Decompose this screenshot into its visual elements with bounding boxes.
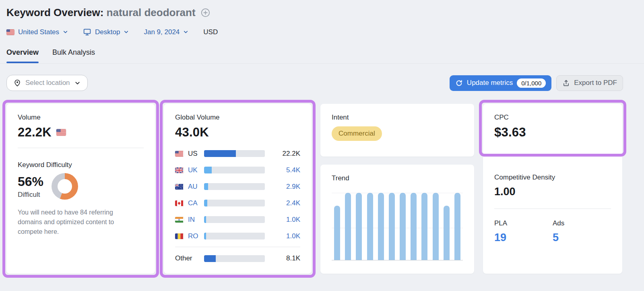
country-volume-value[interactable]: 2.9K	[275, 183, 300, 191]
country-volume-bar-fill	[204, 216, 206, 223]
select-location-dropdown[interactable]: Select location	[6, 75, 88, 91]
update-metrics-button[interactable]: Update metrics 0/1,000	[450, 75, 551, 91]
trend-card: Trend	[320, 165, 474, 274]
trend-bar	[367, 193, 373, 260]
country-code-link: US	[188, 150, 204, 158]
trend-bar	[421, 193, 427, 260]
country-filter-label: United States	[18, 28, 59, 36]
device-filter-label: Desktop	[95, 28, 120, 36]
keyword-difficulty-label: Keyword Difficulty	[18, 161, 144, 169]
export-icon	[562, 79, 570, 87]
volume-card: Volume 22.2K Keyword Difficulty 56% Diff…	[6, 104, 155, 274]
pla-value[interactable]: 19	[494, 231, 553, 244]
ads-block: Ads 5	[553, 219, 611, 244]
card-divider	[18, 148, 144, 148]
update-metrics-label: Update metrics	[467, 79, 513, 87]
select-location-placeholder: Select location	[25, 79, 70, 87]
trend-bar	[378, 193, 384, 260]
country-code-link[interactable]: AU	[188, 183, 204, 191]
country-volume-row: AU 2.9K	[175, 178, 300, 195]
currency-label: USD	[203, 28, 218, 36]
tab-overview[interactable]: Overview	[6, 48, 39, 63]
update-metrics-quota-badge: 0/1,000	[517, 78, 546, 88]
country-volume-row: US 22.2K	[175, 145, 300, 162]
country-volume-value[interactable]: 5.4K	[275, 166, 300, 174]
country-volume-bar-fill	[204, 200, 207, 206]
country-volume-value: 22.2K	[275, 150, 300, 158]
global-volume-value: 43.0K	[175, 125, 300, 140]
card-divider	[494, 208, 611, 209]
keyword-difficulty-donut	[52, 173, 78, 200]
country-volume-bar-fill	[204, 255, 216, 262]
ca-flag-icon	[175, 200, 184, 206]
country-volume-value[interactable]: 1.0K	[275, 232, 300, 240]
date-filter[interactable]: Jan 9, 2024	[144, 28, 189, 36]
country-volume-value[interactable]: 2.4K	[275, 199, 300, 207]
pla-block: PLA 19	[494, 219, 553, 244]
uk-flag-icon	[175, 167, 184, 173]
export-pdf-label: Export to PDF	[574, 79, 617, 87]
page-title: Keyword Overview: natural deodorant	[6, 6, 196, 19]
page-title-prefix: Keyword Overview:	[6, 6, 103, 19]
toolbar-actions: Update metrics 0/1,000 Export to PDF	[450, 75, 623, 91]
volume-label: Volume	[18, 114, 144, 122]
chevron-down-icon	[183, 29, 189, 35]
tabs-divider	[0, 63, 644, 64]
add-keyword-icon[interactable]	[200, 8, 211, 18]
country-volume-list: US 22.2K UK 5.4K AU 2.9K CA 2.4K IN	[175, 145, 300, 266]
country-code-link[interactable]: UK	[188, 166, 204, 174]
country-volume-bar-fill	[204, 167, 212, 173]
trend-bar	[334, 206, 340, 260]
date-filter-label: Jan 9, 2024	[144, 28, 180, 36]
country-filter[interactable]: United States	[6, 28, 68, 36]
country-volume-value[interactable]: 1.0K	[275, 216, 300, 224]
keyword-difficulty-value: 56%	[18, 174, 43, 189]
intent-badge: Commercial	[332, 126, 382, 141]
country-volume-bar-track	[204, 167, 265, 173]
tab-bar: Overview Bulk Analysis	[6, 48, 623, 63]
intent-trend-column: Intent Commercial Trend	[320, 104, 474, 274]
cpc-label: CPC	[494, 114, 611, 122]
trend-bar	[389, 193, 395, 260]
us-flag-icon	[175, 151, 184, 157]
page-title-keyword: natural deodorant	[107, 6, 196, 19]
ads-label: Ads	[553, 219, 611, 227]
country-volume-row: Other 8.1K	[175, 247, 300, 266]
country-volume-row: CA 2.4K	[175, 195, 300, 211]
country-volume-bar-track	[204, 255, 265, 262]
trend-bar	[345, 193, 351, 260]
trend-bars	[332, 193, 463, 260]
intent-label: Intent	[332, 114, 463, 122]
trend-chart	[332, 193, 463, 260]
device-filter[interactable]: Desktop	[83, 28, 129, 36]
country-code-link[interactable]: RO	[188, 232, 204, 240]
cpc-value: $3.63	[494, 125, 611, 140]
in-flag-icon	[175, 217, 184, 223]
trend-axis-line	[332, 260, 463, 261]
export-pdf-button[interactable]: Export to PDF	[556, 75, 623, 91]
country-volume-bar-fill	[204, 183, 208, 190]
intent-card: Intent Commercial	[320, 104, 474, 157]
country-code-link[interactable]: IN	[188, 216, 204, 224]
cpc-card: CPC $3.63 Competitive Density 1.00 PLA 1…	[483, 104, 622, 274]
country-volume-bar-track	[204, 183, 265, 190]
refresh-icon	[455, 79, 463, 87]
desktop-icon	[83, 28, 91, 36]
toolbar: Select location Update metrics 0/1,000 E…	[6, 75, 623, 91]
country-volume-bar-track	[204, 200, 265, 206]
ads-value[interactable]: 5	[553, 231, 611, 244]
global-volume-label: Global Volume	[175, 114, 300, 122]
filters-bar: United States Desktop Jan 9, 2024 USD	[6, 28, 623, 36]
country-volume-value: 8.1K	[275, 254, 300, 262]
ro-flag-icon	[175, 233, 184, 239]
country-code-link[interactable]: CA	[188, 199, 204, 207]
tab-bulk-analysis[interactable]: Bulk Analysis	[52, 48, 95, 63]
chevron-down-icon	[74, 80, 81, 87]
trend-bar	[433, 193, 439, 260]
country-volume-bar-fill	[204, 233, 206, 239]
trend-bar	[444, 206, 450, 260]
country-volume-row: IN 1.0K	[175, 211, 300, 228]
other-countries-label: Other	[175, 254, 204, 262]
competitive-density-label: Competitive Density	[494, 173, 611, 182]
chevron-down-icon	[62, 29, 68, 35]
